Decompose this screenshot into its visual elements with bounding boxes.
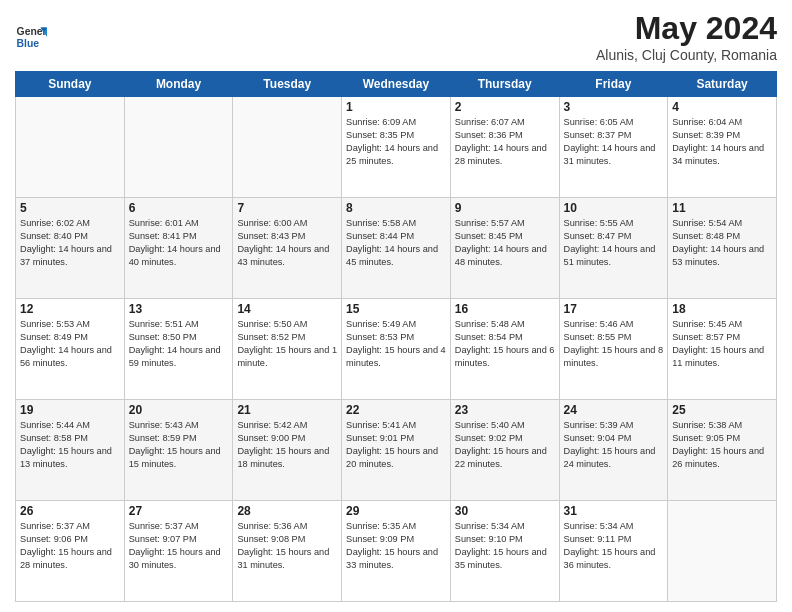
calendar-body: 1Sunrise: 6:09 AMSunset: 8:35 PMDaylight… [16,97,777,602]
day-number: 12 [20,302,120,316]
day-info: Sunrise: 5:36 AMSunset: 9:08 PMDaylight:… [237,520,337,572]
day-number: 29 [346,504,446,518]
day-number: 15 [346,302,446,316]
day-info: Sunrise: 5:34 AMSunset: 9:11 PMDaylight:… [564,520,664,572]
table-row: 27Sunrise: 5:37 AMSunset: 9:07 PMDayligh… [124,501,233,602]
header: General Blue May 2024 Alunis, Cluj Count… [15,10,777,63]
day-info: Sunrise: 5:35 AMSunset: 9:09 PMDaylight:… [346,520,446,572]
day-number: 31 [564,504,664,518]
day-info: Sunrise: 5:38 AMSunset: 9:05 PMDaylight:… [672,419,772,471]
svg-text:Blue: Blue [17,37,40,48]
table-row: 4Sunrise: 6:04 AMSunset: 8:39 PMDaylight… [668,97,777,198]
day-number: 4 [672,100,772,114]
day-number: 28 [237,504,337,518]
table-row: 22Sunrise: 5:41 AMSunset: 9:01 PMDayligh… [342,400,451,501]
table-row: 19Sunrise: 5:44 AMSunset: 8:58 PMDayligh… [16,400,125,501]
table-row: 28Sunrise: 5:36 AMSunset: 9:08 PMDayligh… [233,501,342,602]
table-row: 8Sunrise: 5:58 AMSunset: 8:44 PMDaylight… [342,198,451,299]
day-number: 24 [564,403,664,417]
logo: General Blue [15,21,47,53]
table-row [668,501,777,602]
table-row: 17Sunrise: 5:46 AMSunset: 8:55 PMDayligh… [559,299,668,400]
day-number: 20 [129,403,229,417]
day-info: Sunrise: 5:49 AMSunset: 8:53 PMDaylight:… [346,318,446,370]
table-row: 29Sunrise: 5:35 AMSunset: 9:09 PMDayligh… [342,501,451,602]
day-info: Sunrise: 5:53 AMSunset: 8:49 PMDaylight:… [20,318,120,370]
day-number: 6 [129,201,229,215]
table-row: 7Sunrise: 6:00 AMSunset: 8:43 PMDaylight… [233,198,342,299]
day-number: 2 [455,100,555,114]
day-number: 14 [237,302,337,316]
day-info: Sunrise: 5:46 AMSunset: 8:55 PMDaylight:… [564,318,664,370]
day-number: 3 [564,100,664,114]
table-row: 23Sunrise: 5:40 AMSunset: 9:02 PMDayligh… [450,400,559,501]
day-info: Sunrise: 6:05 AMSunset: 8:37 PMDaylight:… [564,116,664,168]
header-row: Sunday Monday Tuesday Wednesday Thursday… [16,72,777,97]
day-info: Sunrise: 5:43 AMSunset: 8:59 PMDaylight:… [129,419,229,471]
logo-icon: General Blue [15,21,47,53]
day-info: Sunrise: 5:41 AMSunset: 9:01 PMDaylight:… [346,419,446,471]
day-info: Sunrise: 6:02 AMSunset: 8:40 PMDaylight:… [20,217,120,269]
table-row: 12Sunrise: 5:53 AMSunset: 8:49 PMDayligh… [16,299,125,400]
table-row: 11Sunrise: 5:54 AMSunset: 8:48 PMDayligh… [668,198,777,299]
day-number: 25 [672,403,772,417]
day-number: 26 [20,504,120,518]
day-number: 30 [455,504,555,518]
col-wednesday: Wednesday [342,72,451,97]
day-number: 5 [20,201,120,215]
day-number: 16 [455,302,555,316]
table-row: 30Sunrise: 5:34 AMSunset: 9:10 PMDayligh… [450,501,559,602]
day-number: 19 [20,403,120,417]
calendar-header: Sunday Monday Tuesday Wednesday Thursday… [16,72,777,97]
table-row [16,97,125,198]
day-info: Sunrise: 5:54 AMSunset: 8:48 PMDaylight:… [672,217,772,269]
day-number: 8 [346,201,446,215]
table-row: 31Sunrise: 5:34 AMSunset: 9:11 PMDayligh… [559,501,668,602]
table-row: 20Sunrise: 5:43 AMSunset: 8:59 PMDayligh… [124,400,233,501]
day-info: Sunrise: 5:37 AMSunset: 9:06 PMDaylight:… [20,520,120,572]
day-info: Sunrise: 5:48 AMSunset: 8:54 PMDaylight:… [455,318,555,370]
table-row: 15Sunrise: 5:49 AMSunset: 8:53 PMDayligh… [342,299,451,400]
col-sunday: Sunday [16,72,125,97]
table-row: 10Sunrise: 5:55 AMSunset: 8:47 PMDayligh… [559,198,668,299]
day-info: Sunrise: 5:34 AMSunset: 9:10 PMDaylight:… [455,520,555,572]
table-row: 9Sunrise: 5:57 AMSunset: 8:45 PMDaylight… [450,198,559,299]
day-number: 13 [129,302,229,316]
calendar-row: 26Sunrise: 5:37 AMSunset: 9:06 PMDayligh… [16,501,777,602]
table-row: 3Sunrise: 6:05 AMSunset: 8:37 PMDaylight… [559,97,668,198]
day-number: 22 [346,403,446,417]
col-tuesday: Tuesday [233,72,342,97]
day-info: Sunrise: 5:58 AMSunset: 8:44 PMDaylight:… [346,217,446,269]
col-monday: Monday [124,72,233,97]
table-row: 2Sunrise: 6:07 AMSunset: 8:36 PMDaylight… [450,97,559,198]
day-info: Sunrise: 6:07 AMSunset: 8:36 PMDaylight:… [455,116,555,168]
day-info: Sunrise: 6:01 AMSunset: 8:41 PMDaylight:… [129,217,229,269]
title-block: May 2024 Alunis, Cluj County, Romania [596,10,777,63]
day-info: Sunrise: 5:55 AMSunset: 8:47 PMDaylight:… [564,217,664,269]
table-row: 25Sunrise: 5:38 AMSunset: 9:05 PMDayligh… [668,400,777,501]
day-number: 21 [237,403,337,417]
day-info: Sunrise: 6:04 AMSunset: 8:39 PMDaylight:… [672,116,772,168]
day-info: Sunrise: 6:09 AMSunset: 8:35 PMDaylight:… [346,116,446,168]
day-number: 18 [672,302,772,316]
table-row: 16Sunrise: 5:48 AMSunset: 8:54 PMDayligh… [450,299,559,400]
day-number: 11 [672,201,772,215]
day-info: Sunrise: 5:50 AMSunset: 8:52 PMDaylight:… [237,318,337,370]
calendar-row: 19Sunrise: 5:44 AMSunset: 8:58 PMDayligh… [16,400,777,501]
day-number: 10 [564,201,664,215]
day-number: 9 [455,201,555,215]
col-thursday: Thursday [450,72,559,97]
day-info: Sunrise: 6:00 AMSunset: 8:43 PMDaylight:… [237,217,337,269]
table-row: 6Sunrise: 6:01 AMSunset: 8:41 PMDaylight… [124,198,233,299]
day-number: 1 [346,100,446,114]
day-number: 27 [129,504,229,518]
main-title: May 2024 [596,10,777,47]
table-row: 26Sunrise: 5:37 AMSunset: 9:06 PMDayligh… [16,501,125,602]
day-info: Sunrise: 5:57 AMSunset: 8:45 PMDaylight:… [455,217,555,269]
subtitle: Alunis, Cluj County, Romania [596,47,777,63]
day-number: 7 [237,201,337,215]
table-row: 1Sunrise: 6:09 AMSunset: 8:35 PMDaylight… [342,97,451,198]
table-row [233,97,342,198]
col-saturday: Saturday [668,72,777,97]
col-friday: Friday [559,72,668,97]
